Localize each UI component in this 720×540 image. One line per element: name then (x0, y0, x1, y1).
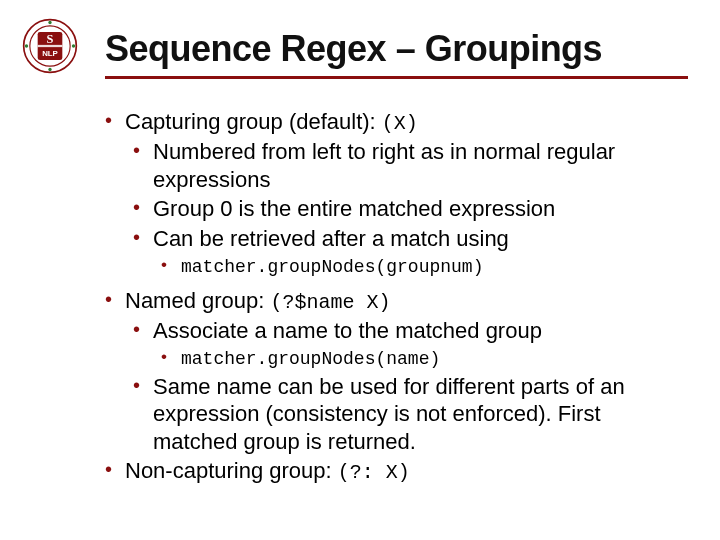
code-noncap: (?: X) (338, 461, 410, 484)
bullet-retrieved: Can be retrieved after a match using (133, 225, 672, 253)
svg-point-4 (48, 21, 51, 24)
bullet-noncapturing-group: Non-capturing group: (?: X) (105, 457, 672, 485)
title-underline (105, 76, 688, 79)
bullet-associate: Associate a name to the matched group (133, 317, 672, 345)
code-capturing: (X) (382, 112, 418, 135)
bullet-retrieved-code: matcher.groupNodes(groupnum) (161, 254, 672, 279)
code-groupnodes-num: matcher.groupNodes(groupnum) (181, 257, 483, 277)
text-noncap-label: Non-capturing group: (125, 458, 338, 483)
slide-title: Sequence Regex – Groupings (105, 28, 688, 76)
bullet-named-group: Named group: (?$name X) (105, 287, 672, 315)
slide-header: Sequence Regex – Groupings (105, 28, 688, 79)
code-groupnodes-name: matcher.groupNodes(name) (181, 349, 440, 369)
bullet-numbered: Numbered from left to right as in normal… (133, 138, 672, 193)
slide-body: Capturing group (default): (X) Numbered … (105, 108, 672, 487)
bullet-samename: Same name can be used for different part… (133, 373, 672, 456)
svg-point-5 (48, 68, 51, 71)
text-capturing-label: Capturing group (default): (125, 109, 382, 134)
text-named-label: Named group: (125, 288, 271, 313)
bullet-group0: Group 0 is the entire matched expression (133, 195, 672, 223)
logo-letter-bottom: NLP (42, 49, 58, 58)
bullet-assoc-code: matcher.groupNodes(name) (161, 346, 672, 371)
svg-point-6 (25, 44, 28, 47)
bullet-capturing-group: Capturing group (default): (X) (105, 108, 672, 136)
code-named: (?$name X) (271, 291, 391, 314)
svg-point-7 (72, 44, 75, 47)
stanford-nlp-logo: S NLP (22, 18, 78, 74)
logo-letter-top: S (47, 32, 54, 46)
